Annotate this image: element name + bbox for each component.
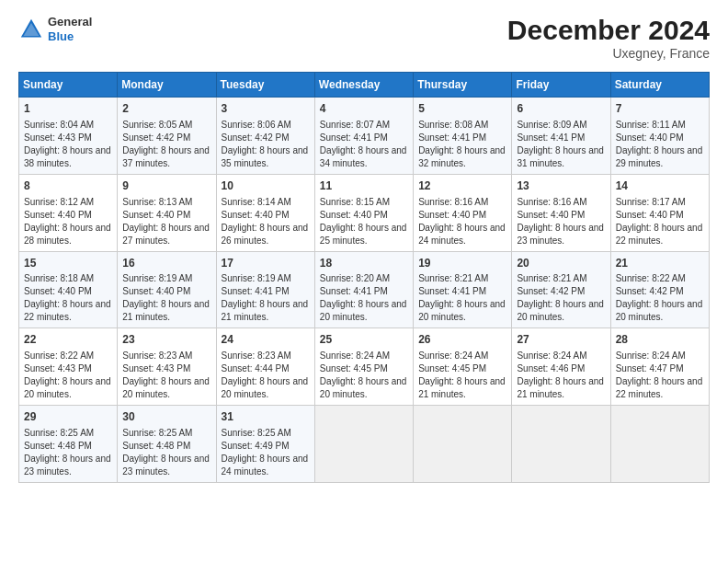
sunset-text: Sunset: 4:43 PM (122, 363, 190, 373)
calendar-cell: 17Sunrise: 8:19 AMSunset: 4:41 PMDayligh… (216, 251, 314, 328)
day-number: 1 (24, 101, 112, 117)
day-number: 17 (222, 256, 310, 271)
calendar-cell: 19Sunrise: 8:21 AMSunset: 4:41 PMDayligh… (414, 251, 512, 328)
daylight-text: Daylight: 8 hours and 20 minutes. (222, 376, 309, 399)
day-number: 2 (122, 101, 210, 117)
sunrise-text: Sunrise: 8:22 AM (24, 350, 94, 361)
calendar-row: 15Sunrise: 8:18 AMSunset: 4:40 PMDayligh… (19, 251, 710, 328)
calendar-cell: 28Sunrise: 8:24 AMSunset: 4:47 PMDayligh… (610, 328, 709, 406)
daylight-text: Daylight: 8 hours and 32 minutes. (418, 145, 506, 168)
calendar-cell: 21Sunrise: 8:22 AMSunset: 4:42 PMDayligh… (610, 251, 709, 328)
day-number: 3 (222, 101, 310, 117)
calendar-cell: 7Sunrise: 8:11 AMSunset: 4:40 PMDaylight… (610, 98, 709, 175)
daylight-text: Daylight: 8 hours and 35 minutes. (222, 145, 309, 168)
calendar-cell: 25Sunrise: 8:24 AMSunset: 4:45 PMDayligh… (314, 328, 413, 406)
daylight-text: Daylight: 8 hours and 20 minutes. (320, 376, 407, 399)
sunrise-text: Sunrise: 8:22 AM (616, 273, 686, 283)
day-header-saturday: Saturday (610, 73, 709, 98)
sunset-text: Sunset: 4:47 PM (616, 363, 684, 373)
calendar-cell: 11Sunrise: 8:15 AMSunset: 4:40 PMDayligh… (314, 174, 413, 251)
calendar-cell: 3Sunrise: 8:06 AMSunset: 4:42 PMDaylight… (216, 98, 314, 175)
calendar-cell: 10Sunrise: 8:14 AMSunset: 4:40 PMDayligh… (216, 174, 314, 251)
calendar-cell: 6Sunrise: 8:09 AMSunset: 4:41 PMDaylight… (512, 98, 610, 175)
calendar-cell (610, 406, 709, 483)
day-number: 12 (418, 178, 506, 194)
calendar-cell: 16Sunrise: 8:19 AMSunset: 4:40 PMDayligh… (118, 251, 216, 328)
day-number: 13 (517, 178, 605, 194)
sunset-text: Sunset: 4:40 PM (122, 210, 190, 220)
calendar-cell: 1Sunrise: 8:04 AMSunset: 4:43 PMDaylight… (19, 98, 118, 175)
day-number: 30 (122, 409, 210, 425)
day-number: 22 (24, 332, 112, 348)
sunset-text: Sunset: 4:43 PM (24, 363, 92, 373)
sunrise-text: Sunrise: 8:16 AM (517, 197, 586, 207)
sunset-text: Sunset: 4:40 PM (616, 210, 684, 220)
sunset-text: Sunset: 4:41 PM (418, 132, 486, 143)
sunset-text: Sunset: 4:41 PM (418, 286, 486, 296)
daylight-text: Daylight: 8 hours and 31 minutes. (517, 145, 604, 168)
calendar-cell: 5Sunrise: 8:08 AMSunset: 4:41 PMDaylight… (414, 98, 512, 175)
calendar-cell: 26Sunrise: 8:24 AMSunset: 4:45 PMDayligh… (414, 328, 512, 406)
daylight-text: Daylight: 8 hours and 21 minutes. (222, 299, 309, 322)
sunrise-text: Sunrise: 8:25 AM (24, 428, 94, 438)
month-title: December 2024 (507, 15, 710, 46)
sunrise-text: Sunrise: 8:25 AM (222, 428, 291, 438)
sunrise-text: Sunrise: 8:20 AM (320, 273, 390, 283)
sunset-text: Sunset: 4:41 PM (320, 132, 388, 143)
sunrise-text: Sunrise: 8:09 AM (517, 120, 586, 130)
sunrise-text: Sunrise: 8:23 AM (222, 350, 291, 361)
sunrise-text: Sunrise: 8:13 AM (122, 197, 192, 207)
daylight-text: Daylight: 8 hours and 37 minutes. (122, 145, 210, 168)
daylight-text: Daylight: 8 hours and 38 minutes. (24, 145, 111, 168)
calendar-cell: 30Sunrise: 8:25 AMSunset: 4:48 PMDayligh… (118, 406, 216, 483)
sunrise-text: Sunrise: 8:21 AM (517, 273, 586, 283)
daylight-text: Daylight: 8 hours and 20 minutes. (122, 376, 210, 399)
day-number: 4 (320, 101, 408, 117)
sunrise-text: Sunrise: 8:15 AM (320, 197, 390, 207)
calendar-cell: 15Sunrise: 8:18 AMSunset: 4:40 PMDayligh… (19, 251, 118, 328)
sunrise-text: Sunrise: 8:21 AM (418, 273, 488, 283)
sunrise-text: Sunrise: 8:19 AM (122, 273, 192, 283)
day-header-monday: Monday (118, 73, 216, 98)
sunset-text: Sunset: 4:44 PM (222, 363, 290, 373)
day-number: 15 (24, 256, 112, 271)
day-number: 7 (616, 101, 704, 117)
daylight-text: Daylight: 8 hours and 22 minutes. (24, 299, 111, 322)
sunset-text: Sunset: 4:40 PM (24, 286, 92, 296)
calendar-cell (414, 406, 512, 483)
calendar-row: 1Sunrise: 8:04 AMSunset: 4:43 PMDaylight… (19, 98, 710, 175)
calendar-row: 22Sunrise: 8:22 AMSunset: 4:43 PMDayligh… (19, 328, 710, 406)
day-number: 26 (418, 332, 506, 348)
sunset-text: Sunset: 4:42 PM (517, 286, 585, 296)
day-header-sunday: Sunday (19, 73, 118, 98)
calendar-cell: 27Sunrise: 8:24 AMSunset: 4:46 PMDayligh… (512, 328, 610, 406)
calendar-cell: 20Sunrise: 8:21 AMSunset: 4:42 PMDayligh… (512, 251, 610, 328)
daylight-text: Daylight: 8 hours and 27 minutes. (122, 223, 210, 246)
calendar-cell: 14Sunrise: 8:17 AMSunset: 4:40 PMDayligh… (610, 174, 709, 251)
sunrise-text: Sunrise: 8:24 AM (418, 350, 488, 361)
day-header-thursday: Thursday (414, 73, 512, 98)
daylight-text: Daylight: 8 hours and 20 minutes. (320, 299, 407, 322)
calendar-cell (314, 406, 413, 483)
sunrise-text: Sunrise: 8:04 AM (24, 120, 94, 130)
sunset-text: Sunset: 4:42 PM (122, 132, 190, 143)
daylight-text: Daylight: 8 hours and 21 minutes. (418, 376, 506, 399)
logo-icon (18, 17, 44, 42)
sunrise-text: Sunrise: 8:12 AM (24, 197, 94, 207)
daylight-text: Daylight: 8 hours and 25 minutes. (320, 223, 407, 246)
daylight-text: Daylight: 8 hours and 24 minutes. (418, 223, 506, 246)
calendar-cell: 2Sunrise: 8:05 AMSunset: 4:42 PMDaylight… (118, 98, 216, 175)
day-number: 23 (122, 332, 210, 348)
day-number: 8 (24, 178, 112, 194)
calendar-cell: 31Sunrise: 8:25 AMSunset: 4:49 PMDayligh… (216, 406, 314, 483)
day-number: 18 (320, 256, 408, 271)
calendar-cell: 4Sunrise: 8:07 AMSunset: 4:41 PMDaylight… (314, 98, 413, 175)
day-number: 25 (320, 332, 408, 348)
day-number: 6 (517, 101, 605, 117)
sunset-text: Sunset: 4:40 PM (616, 132, 684, 143)
title-block: December 2024 Uxegney, France (507, 15, 710, 61)
daylight-text: Daylight: 8 hours and 26 minutes. (222, 223, 309, 246)
sunrise-text: Sunrise: 8:24 AM (320, 350, 390, 361)
day-number: 10 (222, 178, 310, 194)
day-number: 28 (616, 332, 704, 348)
